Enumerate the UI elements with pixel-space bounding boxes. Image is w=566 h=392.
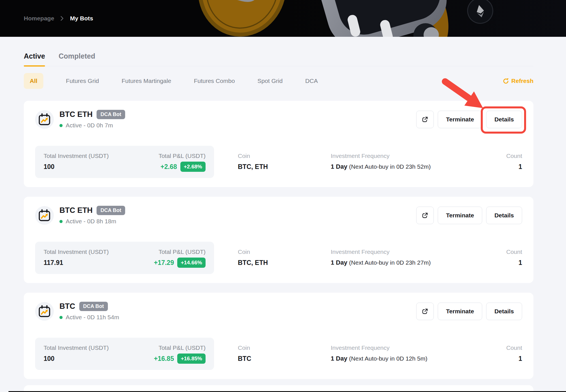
breadcrumb-homepage-link[interactable]: Homepage: [24, 15, 54, 22]
dca-bot-avatar: [35, 110, 54, 129]
robot-hand: [424, 27, 439, 37]
filter-chip-all[interactable]: All: [24, 73, 43, 89]
active-status-dot: [59, 220, 63, 223]
external-link-icon: [421, 212, 429, 219]
frequency-value: 1 Day: [331, 163, 347, 170]
active-status-dot: [59, 124, 63, 127]
bitcoin-coin-illustration: B: [188, 0, 296, 37]
top-banner: B Homepage My Bots: [0, 0, 566, 37]
bot-status-text: Active - 0D 0h 7m: [66, 122, 113, 129]
coin-label: Coin: [238, 344, 306, 351]
investment-frequency-label: Investment Frequency: [331, 249, 506, 255]
coin-label: Coin: [238, 153, 306, 159]
count-value: 1: [506, 163, 522, 171]
external-link-icon: [421, 308, 429, 315]
bots-status-tabs: Active Completed: [24, 52, 533, 66]
total-investment-label: Total Investment (USDT): [44, 344, 109, 351]
ethereum-icon: [471, 2, 489, 20]
active-status-dot: [59, 316, 63, 319]
details-button[interactable]: Details: [486, 111, 522, 128]
total-investment-label: Total Investment (USDT): [44, 153, 109, 159]
coin-value: BTC, ETH: [238, 163, 306, 171]
investment-frequency-label: Investment Frequency: [331, 153, 506, 159]
coin-value: BTC: [238, 355, 306, 363]
count-label: Count: [506, 249, 522, 255]
bot-type-badge: DCA Bot: [97, 206, 125, 215]
details-button[interactable]: Details: [486, 303, 522, 320]
count-label: Count: [506, 153, 522, 159]
investment-pnl-panel: Total Investment (USDT) 117.91 Total P&L…: [35, 242, 214, 274]
bot-status: Active - 0D 8h 18m: [59, 218, 125, 225]
filter-chip-futures-combo[interactable]: Futures Combo: [194, 78, 235, 84]
calendar-trend-icon: [38, 305, 51, 318]
total-investment-value: 117.91: [44, 259, 109, 267]
filter-chip-futures-martingale[interactable]: Futures Martingale: [122, 78, 171, 84]
pnl-percent-badge: +16.85%: [177, 354, 206, 364]
next-autobuy-note: (Next Auto-buy in 0D 12h 5m): [349, 355, 428, 362]
open-external-button[interactable]: [416, 111, 434, 128]
bot-pair-title: BTC: [59, 302, 75, 311]
refresh-label: Refresh: [511, 78, 533, 84]
open-external-button[interactable]: [416, 303, 434, 320]
bot-type-filter-bar: All Futures Grid Futures Martingale Futu…: [24, 73, 533, 89]
bot-status-text: Active - 0D 8h 18m: [66, 218, 116, 225]
bot-status: Active - 0D 0h 7m: [59, 122, 125, 129]
details-button[interactable]: Details: [486, 207, 522, 224]
terminate-button[interactable]: Terminate: [438, 111, 482, 128]
calendar-trend-icon: [38, 209, 51, 222]
bot-card-list: BTC ETH DCA Bot Active - 0D 0h 7m: [24, 101, 533, 392]
pnl-value: +2.68: [161, 163, 177, 171]
calendar-trend-icon: [38, 113, 51, 126]
terminate-button[interactable]: Terminate: [438, 207, 482, 224]
bot-card: BTC DCA Bot Active - 0D 11h 54m: [24, 293, 533, 379]
bot-type-badge: DCA Bot: [79, 302, 108, 311]
count-value: 1: [506, 355, 522, 363]
tab-active[interactable]: Active: [24, 52, 45, 66]
dca-bot-avatar: [35, 302, 54, 321]
ethereum-coin-illustration: [465, 0, 495, 26]
my-bots-page: B Homepage My Bots Active Completed: [0, 0, 566, 392]
bot-card: BTC ETH DCA Bot Active - 0D 0h 7m: [24, 101, 533, 187]
bot-pair-title: BTC ETH: [59, 110, 93, 119]
coin-label: Coin: [238, 249, 306, 255]
pnl-value: +17.29: [154, 259, 174, 267]
open-external-button[interactable]: [416, 207, 434, 224]
total-pnl-label: Total P&L (USDT): [154, 249, 206, 255]
investment-pnl-panel: Total Investment (USDT) 100 Total P&L (U…: [35, 146, 214, 178]
total-investment-value: 100: [44, 163, 109, 171]
tab-completed[interactable]: Completed: [59, 52, 95, 66]
total-pnl-label: Total P&L (USDT): [159, 153, 206, 159]
breadcrumb: Homepage My Bots: [24, 15, 93, 22]
bot-pair-title: BTC ETH: [59, 206, 93, 215]
chevron-right-icon: [60, 16, 64, 21]
breadcrumb-current-page: My Bots: [70, 15, 93, 22]
dca-bot-avatar: [35, 206, 54, 225]
pnl-percent-badge: +2.68%: [180, 162, 206, 172]
terminate-button[interactable]: Terminate: [438, 303, 482, 320]
refresh-icon: [502, 78, 509, 85]
count-label: Count: [506, 344, 522, 351]
pnl-percent-badge: +14.66%: [177, 258, 206, 268]
robot-eye-icon: [347, 14, 361, 37]
robot-hand-shadow: [413, 23, 438, 37]
pnl-value: +16.85: [154, 355, 174, 363]
investment-pnl-panel: Total Investment (USDT) 100 Total P&L (U…: [35, 338, 214, 370]
bot-status-text: Active - 0D 11h 54m: [66, 314, 119, 321]
filter-chip-futures-grid[interactable]: Futures Grid: [66, 78, 99, 84]
robot-mascot-illustration: [310, 0, 454, 37]
count-value: 1: [506, 259, 522, 267]
refresh-button[interactable]: Refresh: [502, 78, 533, 85]
total-pnl-label: Total P&L (USDT): [154, 344, 206, 351]
bot-type-badge: DCA Bot: [97, 110, 125, 119]
filter-chip-dca[interactable]: DCA: [305, 78, 318, 84]
external-link-icon: [421, 116, 429, 123]
total-investment-value: 100: [44, 355, 109, 363]
bot-card: BTC ETH DCA Bot Active - 0D 8h 18m: [24, 197, 533, 283]
bot-status: Active - 0D 11h 54m: [59, 314, 119, 321]
frequency-value: 1 Day: [331, 355, 347, 362]
next-autobuy-note: (Next Auto-buy in 0D 23h 52m): [349, 163, 431, 170]
filter-chip-spot-grid[interactable]: Spot Grid: [257, 78, 283, 84]
robot-eye-icon: [379, 19, 394, 37]
next-autobuy-note: (Next Auto-buy in 0D 23h 27m): [349, 259, 431, 266]
frequency-value: 1 Day: [331, 259, 347, 266]
